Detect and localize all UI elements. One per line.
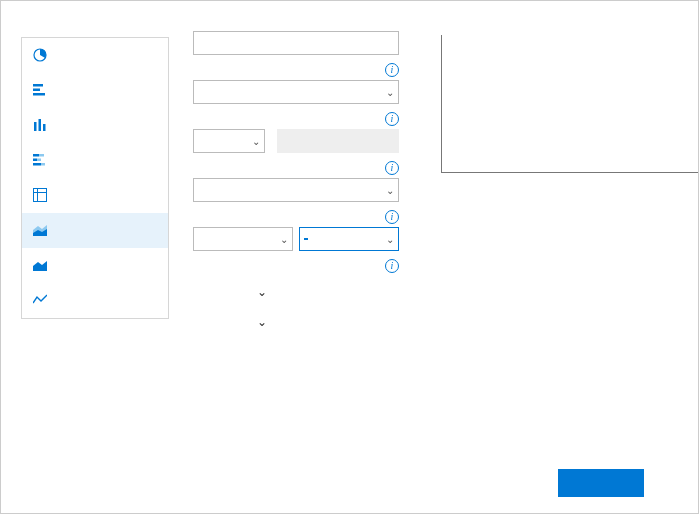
chart-type-area[interactable] (22, 248, 168, 283)
svg-rect-12 (41, 163, 45, 166)
chart-type-column[interactable] (22, 108, 168, 143)
stackby-select[interactable]: ⌄ (193, 80, 399, 104)
info-icon[interactable]: i (385, 161, 399, 175)
sort-direction-select[interactable]: ⌄ (299, 227, 399, 251)
chevron-down-icon[interactable]: ⌄ (257, 315, 267, 329)
chevron-down-icon: ⌄ (280, 234, 288, 245)
svg-rect-5 (39, 119, 42, 131)
svg-rect-8 (39, 154, 44, 157)
svg-rect-6 (43, 124, 46, 131)
info-icon[interactable]: i (385, 112, 399, 126)
info-icon[interactable]: i (385, 259, 399, 273)
name-input[interactable] (193, 31, 399, 55)
chevron-down-icon[interactable]: ⌄ (257, 285, 267, 299)
chart-type-line[interactable] (22, 283, 168, 318)
series-row: ⌄ (193, 311, 399, 333)
svg-rect-4 (34, 122, 37, 131)
line-icon (32, 292, 48, 308)
dialog-title (1, 1, 698, 21)
bar-icon (32, 82, 48, 98)
series-color-swatch[interactable] (193, 281, 247, 303)
svg-rect-13 (34, 189, 47, 202)
legend-item (471, 245, 491, 259)
chart-type-list (21, 37, 169, 319)
stacked-area-icon (32, 222, 48, 238)
legend-swatch (471, 245, 485, 259)
chevron-down-icon: ⌄ (386, 87, 394, 98)
aggregation-target (277, 129, 399, 153)
chart-y-axis (419, 35, 439, 173)
pivot-table-icon (32, 187, 48, 203)
svg-rect-3 (33, 93, 45, 96)
stacked-bar-icon (32, 152, 48, 168)
svg-rect-7 (33, 154, 39, 157)
column-icon (32, 117, 48, 133)
svg-rect-10 (37, 159, 41, 162)
chart-type-stacked-area[interactable] (22, 213, 168, 248)
chart-type-stacked-bar[interactable] (22, 143, 168, 178)
svg-rect-2 (33, 89, 40, 92)
chart-type-bar[interactable] (22, 73, 168, 108)
chart-type-pivot-table[interactable] (22, 178, 168, 213)
chevron-down-icon: ⌄ (252, 136, 260, 147)
chart-legend (433, 245, 699, 259)
series-row: ⌄ (193, 281, 399, 303)
sort-field-select[interactable]: ⌄ (193, 227, 293, 251)
aggregation-select[interactable]: ⌄ (193, 129, 265, 153)
chart-preview (441, 35, 699, 195)
info-icon[interactable]: i (385, 210, 399, 224)
chevron-down-icon: ⌄ (386, 234, 394, 245)
legend-item (433, 245, 453, 259)
series-color-swatch[interactable] (193, 311, 247, 333)
info-icon[interactable]: i (385, 63, 399, 77)
chevron-down-icon: ⌄ (386, 185, 394, 196)
cancel-button[interactable] (660, 477, 676, 489)
chart-x-axis (441, 179, 699, 229)
svg-rect-11 (33, 163, 41, 166)
svg-rect-1 (33, 84, 43, 87)
area-icon (32, 257, 48, 273)
chart-plot (441, 35, 699, 173)
pie-icon (32, 47, 48, 63)
rolling-select[interactable]: ⌄ (193, 178, 399, 202)
legend-swatch (433, 245, 447, 259)
ok-button[interactable] (558, 469, 644, 497)
chart-type-pie[interactable] (22, 38, 168, 73)
svg-rect-9 (33, 159, 37, 162)
sort-direction-value (304, 238, 308, 240)
